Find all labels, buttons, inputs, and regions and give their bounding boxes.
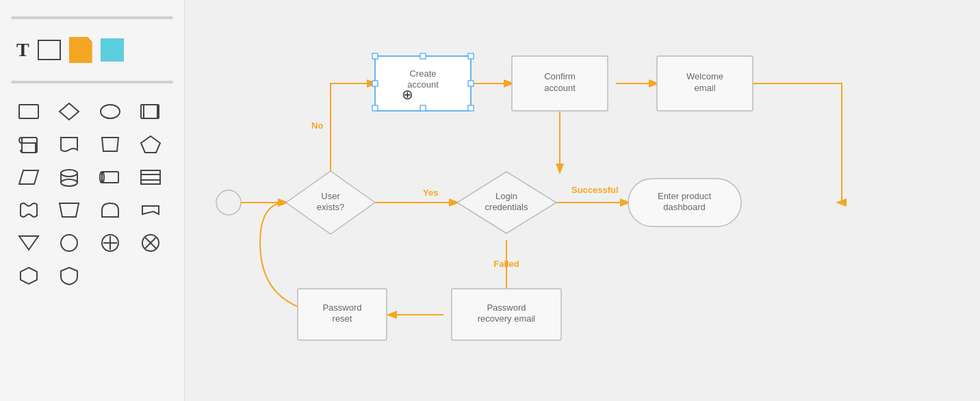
svg-rect-0 (19, 105, 38, 118)
paper-tool[interactable] (69, 37, 92, 63)
svg-text:Password: Password (487, 302, 526, 313)
svg-rect-49 (468, 105, 474, 111)
svg-marker-20 (19, 236, 38, 250)
canvas[interactable]: User exists? ⊕ Create account Confirm ac… (185, 0, 980, 401)
shape-circle-x[interactable] (136, 230, 166, 256)
svg-text:Create: Create (409, 68, 436, 79)
svg-rect-6 (22, 138, 37, 153)
svg-text:email: email (694, 83, 715, 93)
shape-circle-plus[interactable] (95, 230, 125, 256)
svg-point-37 (216, 190, 241, 215)
svg-marker-19 (60, 203, 79, 217)
svg-point-13 (61, 179, 77, 186)
svg-text:account: account (544, 83, 576, 93)
shapes-grid (11, 94, 173, 293)
svg-rect-16 (141, 170, 160, 184)
svg-point-10 (61, 170, 77, 177)
svg-rect-46 (468, 81, 474, 86)
shape-hexagon[interactable] (14, 263, 44, 289)
svg-text:Enter product: Enter product (658, 191, 711, 201)
sidebar: T (0, 0, 185, 401)
svg-marker-8 (141, 136, 160, 153)
shape-striped-rect[interactable] (136, 164, 166, 190)
shape-banner[interactable] (136, 197, 166, 223)
shape-wave[interactable] (14, 197, 44, 223)
sidebar-divider-bottom (11, 81, 173, 83)
text-tool[interactable]: T (16, 39, 29, 61)
shape-diamond[interactable] (54, 99, 84, 125)
svg-text:account: account (407, 79, 439, 90)
shape-ellipse[interactable] (95, 99, 125, 125)
svg-text:Login: Login (495, 191, 517, 201)
shape-parallelogram[interactable] (14, 164, 44, 190)
svg-text:Confirm: Confirm (544, 71, 576, 81)
shape-circle[interactable] (54, 230, 84, 256)
shape-rect-double[interactable] (136, 99, 166, 125)
svg-text:reset: reset (333, 313, 352, 324)
svg-marker-1 (60, 103, 79, 120)
shape-cylinder[interactable] (54, 164, 84, 190)
svg-text:Successful: Successful (571, 185, 619, 195)
svg-point-2 (101, 105, 120, 118)
shape-trapezoid[interactable] (95, 131, 125, 157)
svg-rect-48 (420, 105, 426, 111)
svg-marker-9 (19, 170, 38, 184)
svg-marker-28 (21, 268, 37, 284)
shape-trapezoid2[interactable] (54, 197, 84, 223)
svg-text:exists?: exists? (317, 202, 344, 212)
svg-rect-45 (372, 81, 378, 86)
svg-marker-7 (102, 138, 118, 151)
svg-text:No: No (311, 120, 323, 131)
shape-rectangle[interactable] (14, 99, 44, 125)
shape-half-oval[interactable] (95, 197, 125, 223)
shape-shield[interactable] (54, 263, 84, 289)
rectangle-tool[interactable] (38, 40, 61, 60)
svg-text:Yes: Yes (423, 187, 438, 198)
shape-triangle[interactable] (14, 230, 44, 256)
svg-text:Welcome: Welcome (686, 71, 723, 81)
shape-document[interactable] (54, 131, 84, 157)
svg-text:dashboard: dashboard (663, 202, 705, 212)
svg-text:credentials: credentials (485, 202, 528, 212)
sidebar-divider-top (11, 16, 173, 19)
svg-rect-43 (420, 53, 426, 59)
sidebar-tools-row: T (11, 30, 173, 70)
svg-text:Failed: Failed (493, 259, 519, 269)
svg-rect-44 (468, 53, 474, 59)
shape-pentagon[interactable] (136, 131, 166, 157)
sticky-tool[interactable] (101, 38, 124, 62)
svg-rect-47 (372, 105, 378, 111)
svg-point-21 (61, 235, 77, 251)
svg-text:User: User (321, 191, 340, 201)
shape-cylinder2[interactable] (95, 164, 125, 190)
svg-rect-42 (372, 53, 378, 59)
svg-text:Password: Password (322, 302, 361, 313)
svg-text:recovery email: recovery email (478, 313, 536, 324)
shape-scroll[interactable] (14, 131, 44, 157)
